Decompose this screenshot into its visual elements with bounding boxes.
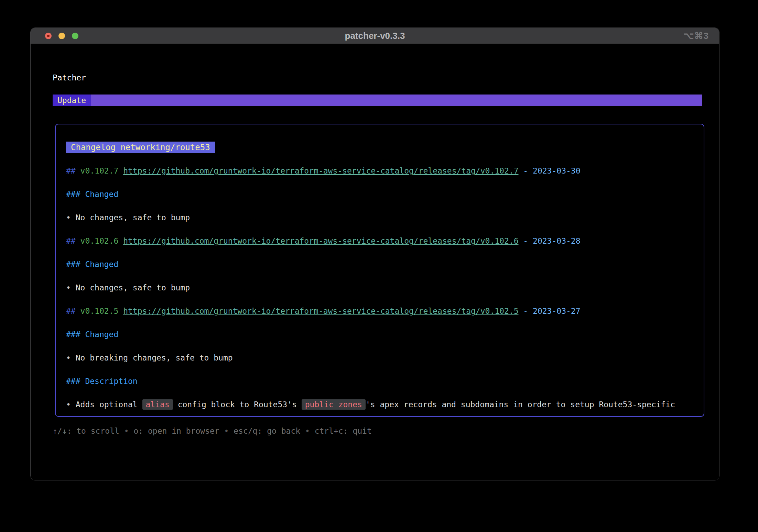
bullet-text: No changes, safe to bump [76,283,190,292]
release-date: 2023-03-30 [533,166,580,175]
bullet-icon: • [66,213,76,222]
inline-code: alias [142,399,173,410]
bullet-icon: • [66,400,76,409]
release-hashes: ## [66,307,80,315]
release-version: v0.102.6 [80,236,123,245]
changelog-bullet-line: • No changes, safe to bump [66,212,697,223]
changelog-panel[interactable]: Changelog networking/route53 ## v0.102.7… [55,124,704,417]
changelog-bullet-line: • Adds optional alias config block to Ro… [66,399,697,410]
minimize-button-icon[interactable] [58,33,65,39]
changelog-bullet-line: • No changes, safe to bump [66,282,697,293]
section-heading: ### Description [66,377,138,386]
titlebar[interactable]: patcher-v0.3.3 ⌥⌘3 [31,28,719,44]
help-item: ↑/↓: to scroll [53,426,119,435]
help-item: o: open in browser [133,426,219,435]
release-date: 2023-03-28 [533,236,580,245]
release-separator: - [519,236,533,245]
section-heading: ### Changed [66,330,118,339]
release-link[interactable]: https://github.com/gruntwork-io/terrafor… [123,236,518,245]
changelog-heading-line: ### Changed [66,258,697,270]
changelog-release-line: ## v0.102.5 https://github.com/gruntwork… [66,305,697,317]
help-separator: • [300,426,315,435]
app-window: patcher-v0.3.3 ⌥⌘3 Patcher Update Change… [30,27,719,480]
inline-code: public_zones [302,399,366,410]
section-heading: ### Changed [66,260,118,269]
release-link[interactable]: https://github.com/gruntwork-io/terrafor… [123,166,518,175]
release-separator: - [519,307,533,315]
terminal-body: Patcher Update Changelog networking/rout… [31,44,719,480]
release-link[interactable]: https://github.com/gruntwork-io/terrafor… [123,307,518,315]
changelog-heading-line: ### Changed [66,329,697,340]
help-separator: • [119,426,134,435]
bullet-text: config block to Route53's [173,400,302,409]
release-version: v0.102.7 [80,166,123,175]
changelog-body: ## v0.102.7 https://github.com/gruntwork… [66,165,697,410]
window-title: patcher-v0.3.3 [345,31,405,41]
tab-bar: Update [53,95,702,106]
bullet-icon: • [66,283,76,292]
changelog-bullet-line: • No breaking changes, safe to bump [66,352,697,364]
bullet-text: Adds optional [76,400,142,409]
release-version: v0.102.5 [80,307,123,315]
help-bar: ↑/↓: to scroll • o: open in browser • es… [53,425,372,437]
bullet-icon: • [66,353,76,362]
changelog-release-line: ## v0.102.6 https://github.com/gruntwork… [66,235,697,247]
close-button-icon[interactable] [45,33,52,39]
changelog-title-badge: Changelog networking/route53 [66,142,215,153]
bullet-text: No breaking changes, safe to bump [76,353,233,362]
release-hashes: ## [66,166,80,175]
tab-update[interactable]: Update [53,95,91,106]
bullet-text: 's apex records and subdomains in order … [366,400,675,409]
app-heading: Patcher [53,73,86,83]
changelog-heading-line: ### Changed [66,188,697,200]
bullet-text: No changes, safe to bump [76,213,190,222]
help-item: esc/q: go back [234,426,300,435]
help-item: ctrl+c: quit [315,426,372,435]
window-shortcut-badge: ⌥⌘3 [684,31,709,41]
changelog-heading-line: ### Description [66,375,697,387]
section-heading: ### Changed [66,190,118,199]
changelog-release-line: ## v0.102.7 https://github.com/gruntwork… [66,165,697,177]
traffic-lights [45,33,78,39]
release-separator: - [519,166,533,175]
help-separator: • [219,426,234,435]
release-hashes: ## [66,236,80,245]
zoom-button-icon[interactable] [72,33,78,39]
release-date: 2023-03-27 [533,307,580,315]
